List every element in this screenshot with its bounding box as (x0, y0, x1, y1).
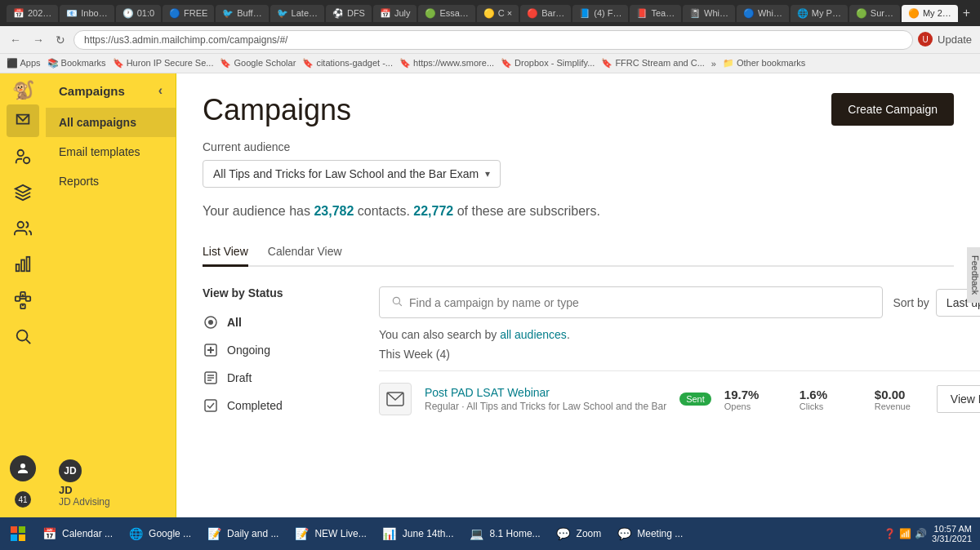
browser-tab[interactable]: 🐦Late… (270, 5, 324, 22)
profile-icon[interactable]: U (918, 32, 933, 47)
bookmark-apps[interactable]: ⬛ Apps (7, 58, 41, 69)
tab-calendar-view[interactable]: Calendar View (268, 238, 342, 267)
svg-line-23 (399, 304, 402, 306)
svg-point-13 (208, 320, 213, 325)
search-hint: You can also search by all audiences. (379, 328, 980, 341)
browser-tab[interactable]: 📕Tea… (630, 5, 681, 22)
filter-all[interactable]: All (203, 309, 366, 335)
filter-draft[interactable]: Draft (203, 365, 366, 391)
help-sys-icon[interactable]: ❓ (884, 528, 896, 539)
svg-rect-4 (21, 260, 24, 272)
browser-tab[interactable]: 📅202… (7, 5, 58, 22)
audience-icon[interactable] (7, 212, 39, 245)
nav-icons: U Update (918, 32, 973, 47)
integrations-icon[interactable] (7, 284, 39, 317)
week-label: This Week (4) (379, 348, 980, 361)
calendar-taskbar-icon: 📅 (41, 526, 57, 542)
bookmark-smore[interactable]: 🔖 https://www.smore... (399, 58, 494, 69)
audience-dropdown[interactable]: All Tips and Tricks for Law School and t… (203, 160, 501, 188)
address-bar[interactable]: https://us3.admin.mailchimp.com/campaign… (74, 30, 913, 50)
taskbar-zoom[interactable]: 💬 Zoom (549, 520, 608, 548)
sidebar-item-all-campaigns[interactable]: All campaigns (46, 108, 176, 137)
google-taskbar-icon: 🌐 (127, 526, 144, 542)
create-campaign-button[interactable]: Create Campaign (831, 93, 954, 126)
sidebar-item-email-templates[interactable]: Email templates (46, 137, 176, 166)
browser-tab[interactable]: 📘(4) F… (572, 5, 628, 22)
zoom-taskbar-icon: 💬 (555, 526, 572, 542)
new-tab-button[interactable]: + (960, 6, 973, 20)
browser-tab[interactable]: 🔵Whi… (737, 5, 789, 22)
filter-ongoing[interactable]: Ongoing (203, 337, 366, 363)
browser-tab[interactable]: 🐦Buff… (216, 5, 268, 22)
taskbar-clock: 10:57 AM 3/31/2021 (932, 524, 977, 543)
contacts-count: 23,782 (314, 204, 354, 218)
sidebar-back-button[interactable]: ‹ (158, 83, 163, 98)
browser-tab[interactable]: 🔴Bar… (520, 5, 571, 22)
stat-revenue: $0.00 Revenue (875, 388, 924, 411)
browser-tab[interactable]: ⚽DFS (326, 5, 372, 22)
taskbar-daily[interactable]: 📝 Daily and ... (199, 520, 285, 548)
bookmark-scholar[interactable]: 🔖 Google Scholar (220, 58, 296, 69)
sidebar-item-reports[interactable]: Reports (46, 166, 176, 196)
refresh-button[interactable]: ↻ (52, 32, 69, 48)
tab-list-view[interactable]: List View (203, 238, 248, 267)
back-button[interactable]: ← (7, 32, 24, 48)
svg-point-2 (18, 222, 24, 228)
automations-icon[interactable] (7, 176, 39, 209)
user-name: JD (59, 484, 163, 496)
stats-text: Your audience has 23,782 contacts. 22,77… (203, 204, 954, 219)
view-report-button[interactable]: View Report ▾ (937, 385, 980, 413)
bookmark-dropbox[interactable]: 🔖 Dropbox - Simplify... (501, 58, 595, 69)
contacts-icon[interactable] (7, 140, 39, 173)
bookmark-ffrc[interactable]: 🔖 FFRC Stream and C... (601, 58, 704, 69)
search-box[interactable] (379, 286, 883, 318)
taskbar-google[interactable]: 🌐 Google ... (121, 520, 198, 548)
search-icon[interactable] (7, 320, 39, 353)
svg-rect-26 (19, 526, 25, 533)
network-sys-icon[interactable]: 📶 (899, 528, 911, 539)
browser-tab[interactable]: 📅July (373, 5, 417, 22)
browser-tab[interactable]: 🌐My P… (791, 5, 848, 22)
campaigns-icon[interactable] (7, 104, 39, 137)
browser-tab[interactable]: 🕐01:0 (116, 5, 161, 22)
search-input[interactable] (409, 296, 871, 309)
start-button[interactable] (3, 519, 33, 548)
more-bookmarks[interactable]: » (711, 59, 716, 69)
browser-tabs: 📅202… 📧Inbo… 🕐01:0 🔵FREE 🐦Buff… 🐦Late… ⚽… (0, 0, 980, 26)
user-badge[interactable]: JD (59, 459, 82, 482)
all-audiences-link[interactable]: all audiences (500, 328, 567, 341)
analytics-icon[interactable] (7, 248, 39, 281)
browser-tab[interactable]: 🟢Sur… (849, 5, 900, 22)
browser-tab[interactable]: 🟡C × (477, 5, 519, 22)
filter-row: View by Status All Ongoing (203, 286, 954, 427)
bookmark-bookmarks[interactable]: 📚 Bookmarks (47, 58, 106, 69)
update-button[interactable]: Update (936, 32, 973, 47)
feedback-tab[interactable]: Feedback (967, 247, 980, 303)
browser-tab[interactable]: 🟢Essa… (418, 5, 474, 22)
filter-completed[interactable]: Completed (203, 393, 366, 419)
taskbar-meeting[interactable]: 💬 Meeting ... (609, 520, 689, 548)
browser-tab[interactable]: 📧Inbo… (60, 5, 114, 22)
campaign-name[interactable]: Post PAD LSAT Webinar (425, 386, 666, 399)
taskbar-new-live[interactable]: 📝 NEW Live... (287, 520, 372, 548)
other-bookmarks[interactable]: 📁 Other bookmarks (723, 58, 805, 69)
user-avatar[interactable] (10, 455, 36, 481)
taskbar-calendar[interactable]: 📅 Calendar ... (34, 520, 119, 548)
completed-icon (203, 397, 219, 414)
svg-rect-27 (11, 534, 17, 541)
browser-tab-active[interactable]: 🟠My 2… (902, 5, 958, 22)
bookmark-citations[interactable]: 🔖 citations-gadget -... (302, 58, 393, 69)
svg-point-0 (18, 150, 24, 156)
svg-point-10 (17, 330, 28, 341)
browser-tab[interactable]: 🔵FREE (163, 5, 214, 22)
bookmark-huron[interactable]: 🔖 Huron IP Secure Se... (113, 58, 214, 69)
filter-left: View by Status All Ongoing (203, 286, 366, 419)
taskbar-june[interactable]: 📊 June 14th... (375, 520, 461, 548)
browser-tab[interactable]: 📓Whi… (683, 5, 735, 22)
mailchimp-logo[interactable]: 🐒 (12, 80, 34, 101)
volume-sys-icon[interactable]: 🔊 (915, 528, 927, 539)
forward-button[interactable]: → (29, 32, 47, 48)
notification-badge[interactable]: 41 (15, 491, 31, 508)
taskbar-home[interactable]: 💻 8.1 Home... (462, 520, 547, 548)
search-row: Sort by Last updated ▾ (379, 286, 980, 318)
